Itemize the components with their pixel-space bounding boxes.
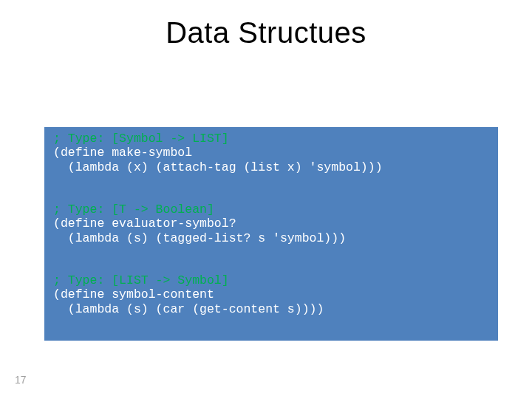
code-comment-2: ; Type: [T -> Boolean] [53, 202, 214, 216]
code-blank-line [53, 174, 489, 188]
slide-title: Data Structues [0, 16, 532, 50]
code-line: (lambda (x) (attach-tag (list x) 'symbol… [53, 160, 383, 174]
code-block: ; Type: [Symbol -> LIST] (define make-sy… [44, 127, 498, 341]
page-number: 17 [15, 374, 27, 386]
code-line: (define make-symbol [53, 146, 192, 160]
code-line: (define evaluator-symbol? [53, 216, 236, 231]
code-comment-3: ; Type: [LIST -> Symbol] [53, 273, 229, 287]
code-line: (define symbol-content [53, 287, 214, 301]
code-comment-1: ; Type: [Symbol -> LIST] [53, 132, 229, 146]
code-content: ; Type: [Symbol -> LIST] (define make-sy… [53, 132, 489, 316]
code-blank-line [53, 245, 489, 259]
code-line: (lambda (s) (car (get-content s)))) [53, 302, 324, 316]
code-line: (lambda (s) (tagged-list? s 'symbol))) [53, 231, 346, 245]
slide: Data Structues ; Type: [Symbol -> LIST] … [0, 0, 532, 399]
